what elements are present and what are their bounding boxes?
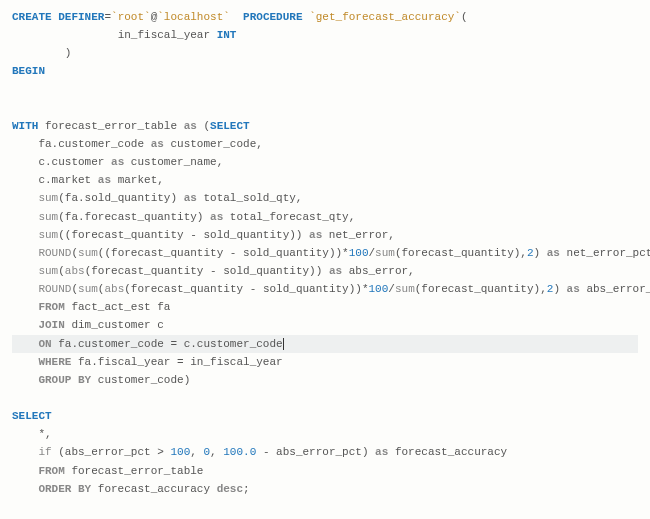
fn-if: if xyxy=(38,446,51,458)
args: (forecast_quantity - sold_quantity)) xyxy=(85,265,329,277)
indent xyxy=(12,446,38,458)
num: 100 xyxy=(170,446,190,458)
column: customer_code) xyxy=(91,374,190,386)
kw-definer: DEFINER xyxy=(58,11,104,23)
fn-sum: sum xyxy=(375,247,395,259)
args: ((forecast_quantity - sold_quantity)) xyxy=(58,229,309,241)
paren: ( xyxy=(58,265,65,277)
indent xyxy=(12,428,38,440)
num: 100 xyxy=(369,283,389,295)
alias: market, xyxy=(111,174,164,186)
indent xyxy=(12,229,38,241)
alias: net_error, xyxy=(322,229,395,241)
code-line: ORDER BY forecast_accuracy desc; xyxy=(12,480,638,498)
table: forecast_error_table xyxy=(65,465,204,477)
cte-name: forecast_error_table xyxy=(45,120,184,132)
comma: , xyxy=(190,446,203,458)
alias: total_forecast_qty, xyxy=(223,211,355,223)
code-editor[interactable]: CREATE DEFINER=`root`@`localhost` PROCED… xyxy=(12,8,638,519)
code-line: fa.customer_code as customer_code, xyxy=(12,135,638,153)
fn-sum: sum xyxy=(38,229,58,241)
table: fact_act_est fa xyxy=(65,301,171,313)
kw-groupby: GROUP BY xyxy=(38,374,91,386)
alias: abs_error, xyxy=(342,265,415,277)
args: (forecast_quantity), xyxy=(415,283,547,295)
indent xyxy=(12,29,118,41)
alias: total_sold_qty, xyxy=(197,192,303,204)
kw-as: as xyxy=(111,156,124,168)
text-cursor xyxy=(283,338,284,350)
args: (fa.forecast_quantity) xyxy=(58,211,210,223)
kw-int: INT xyxy=(217,29,237,41)
op-div: / xyxy=(388,283,395,295)
num: 100.0 xyxy=(223,446,256,458)
fn-abs: abs xyxy=(65,265,85,277)
kw-with: WITH xyxy=(12,120,38,132)
fn-sum: sum xyxy=(38,265,58,277)
bt-procname: `get_forecast_accuracy` xyxy=(309,11,461,23)
blank-line xyxy=(12,81,638,99)
code-line: JOIN dim_customer c xyxy=(12,316,638,334)
code-line: *, xyxy=(12,425,638,443)
indent xyxy=(12,138,38,150)
condition: fa.customer_code = c.customer_code xyxy=(52,338,283,350)
args: (forecast_quantity), xyxy=(395,247,527,259)
code-line: in_fiscal_year INT xyxy=(12,26,638,44)
indent xyxy=(12,338,38,350)
indent xyxy=(12,192,38,204)
kw-as: as xyxy=(567,283,580,295)
args: - abs_error_pct) xyxy=(256,446,375,458)
alias: customer_name, xyxy=(124,156,223,168)
indent xyxy=(12,211,38,223)
indent xyxy=(12,319,38,331)
code-line: BEGIN xyxy=(12,62,638,80)
kw-as: as xyxy=(184,192,197,204)
kw-select: SELECT xyxy=(210,120,250,132)
code-line: sum((forecast_quantity - sold_quantity))… xyxy=(12,226,638,244)
kw-desc: desc xyxy=(217,483,243,495)
star: *, xyxy=(38,428,51,440)
fn-sum: sum xyxy=(78,283,98,295)
kw-join: JOIN xyxy=(38,319,64,331)
code-line: FROM forecast_error_table xyxy=(12,462,638,480)
indent xyxy=(12,247,38,259)
column: c.market xyxy=(38,174,97,186)
code-line: sum(fa.forecast_quantity) as total_forec… xyxy=(12,208,638,226)
blank-line xyxy=(12,498,638,516)
indent xyxy=(12,465,38,477)
args: (forecast_quantity - sold_quantity))* xyxy=(124,283,368,295)
kw-as: as xyxy=(547,247,560,259)
fn-sum: sum xyxy=(38,211,58,223)
column: forecast_accuracy xyxy=(91,483,216,495)
fn-round: ROUND xyxy=(38,283,71,295)
indent xyxy=(12,283,38,295)
kw-begin: BEGIN xyxy=(12,65,45,77)
paren: ( xyxy=(197,120,210,132)
semicolon: ; xyxy=(243,483,250,495)
fn-round: ROUND xyxy=(38,247,71,259)
kw-as: as xyxy=(210,211,223,223)
args: (fa.sold_quantity) xyxy=(58,192,183,204)
fn-sum: sum xyxy=(38,192,58,204)
paren: ) xyxy=(534,247,547,259)
condition: fa.fiscal_year = in_fiscal_year xyxy=(71,356,282,368)
fn-sum: sum xyxy=(78,247,98,259)
num: 100 xyxy=(349,247,369,259)
alias: abs_error_pct xyxy=(580,283,650,295)
kw-select: SELECT xyxy=(12,410,52,422)
args: (abs_error_pct > xyxy=(58,446,170,458)
args: ((forecast_quantity - sold_quantity))* xyxy=(98,247,349,259)
kw-procedure: PROCEDURE xyxy=(243,11,302,23)
blank-line xyxy=(12,389,638,407)
kw-as: as xyxy=(309,229,322,241)
indent xyxy=(12,265,38,277)
code-line: c.market as market, xyxy=(12,171,638,189)
kw-where: WHERE xyxy=(38,356,71,368)
code-line: sum(fa.sold_quantity) as total_sold_qty, xyxy=(12,189,638,207)
indent xyxy=(12,483,38,495)
code-line: ROUND(sum(abs(forecast_quantity - sold_q… xyxy=(12,280,638,298)
code-line: sum(abs(forecast_quantity - sold_quantit… xyxy=(12,262,638,280)
indent xyxy=(12,156,38,168)
code-line: FROM fact_act_est fa xyxy=(12,298,638,316)
code-line: WHERE fa.fiscal_year = in_fiscal_year xyxy=(12,353,638,371)
